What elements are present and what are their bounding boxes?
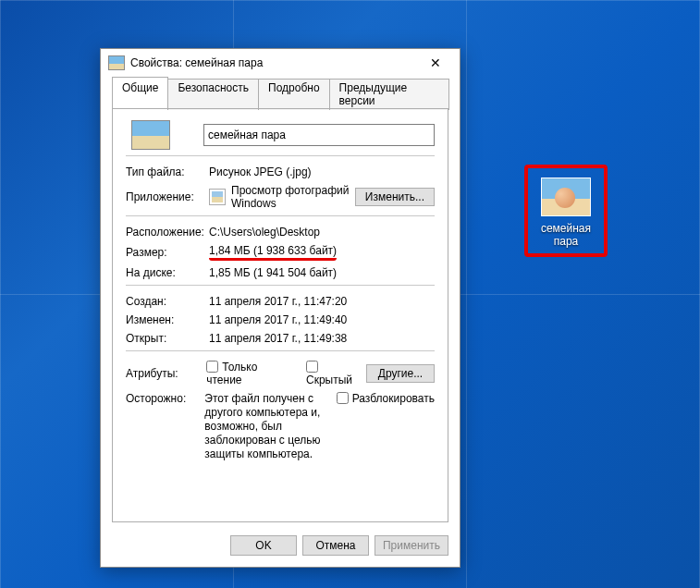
modified-value: 11 апреля 2017 г., 11:49:40 xyxy=(209,313,347,326)
tab-security[interactable]: Безопасность xyxy=(167,79,259,110)
app-label: Приложение: xyxy=(126,190,209,203)
tab-details[interactable]: Подробно xyxy=(258,79,330,110)
separator xyxy=(126,215,435,216)
hidden-checkbox-label[interactable]: Скрытый xyxy=(306,361,366,386)
app-value: Просмотр фотографий Windows xyxy=(231,184,355,210)
image-thumbnail-icon xyxy=(541,178,591,216)
other-attributes-button[interactable]: Другие... xyxy=(366,364,435,383)
created-label: Создан: xyxy=(126,295,209,308)
ondisk-label: На диске: xyxy=(126,266,209,279)
change-app-button[interactable]: Изменить... xyxy=(355,188,435,206)
unblock-checkbox-label[interactable]: Разблокировать xyxy=(337,392,435,405)
ok-button[interactable]: OK xyxy=(230,535,297,556)
tab-strip: Общие Безопасность Подробно Предыдущие в… xyxy=(112,77,448,108)
close-button[interactable]: ✕ xyxy=(417,51,454,75)
readonly-checkbox[interactable] xyxy=(206,361,218,373)
filename-input[interactable] xyxy=(203,124,435,146)
ondisk-value: 1,85 МБ (1 941 504 байт) xyxy=(209,266,337,279)
separator xyxy=(126,350,435,351)
location-value: C:\Users\oleg\Desktop xyxy=(209,226,320,239)
security-label: Осторожно: xyxy=(126,392,204,405)
separator xyxy=(126,155,435,156)
opened-label: Открыт: xyxy=(126,332,209,345)
created-value: 11 апреля 2017 г., 11:47:20 xyxy=(209,295,347,308)
unblock-checkbox[interactable] xyxy=(337,392,349,404)
desktop-file-icon[interactable]: семейная пара xyxy=(524,165,608,257)
properties-dialog: Свойства: семейная пара ✕ Общие Безопасн… xyxy=(100,48,461,568)
cancel-button[interactable]: Отмена xyxy=(302,535,369,556)
filetype-label: Тип файла: xyxy=(126,165,209,178)
tab-previous-versions[interactable]: Предыдущие версии xyxy=(329,79,449,110)
window-title: Свойства: семейная пара xyxy=(130,56,417,69)
tab-panel-general: Тип файла: Рисунок JPEG (.jpg) Приложени… xyxy=(112,108,448,522)
apply-button[interactable]: Применить xyxy=(375,535,448,556)
filetype-value: Рисунок JPEG (.jpg) xyxy=(209,165,312,178)
security-text: Этот файл получен с другого компьютера и… xyxy=(204,392,336,461)
opened-value: 11 апреля 2017 г., 11:49:38 xyxy=(209,332,347,345)
location-label: Расположение: xyxy=(126,226,209,239)
photo-viewer-icon xyxy=(209,189,226,205)
desktop-icon-label: семейная пара xyxy=(528,222,604,248)
attributes-label: Атрибуты: xyxy=(126,367,206,380)
file-thumbnail-icon xyxy=(131,120,170,150)
size-value: 1,84 МБ (1 938 633 байт) xyxy=(209,244,337,261)
modified-label: Изменен: xyxy=(126,313,209,326)
size-label: Размер: xyxy=(126,246,209,259)
tab-general[interactable]: Общие xyxy=(112,77,168,108)
readonly-checkbox-label[interactable]: Только чтение xyxy=(206,361,293,386)
dialog-footer: OK Отмена Применить xyxy=(101,530,460,567)
hidden-checkbox[interactable] xyxy=(306,361,318,373)
separator xyxy=(126,285,435,286)
window-icon xyxy=(108,55,125,70)
titlebar[interactable]: Свойства: семейная пара ✕ xyxy=(101,49,460,77)
